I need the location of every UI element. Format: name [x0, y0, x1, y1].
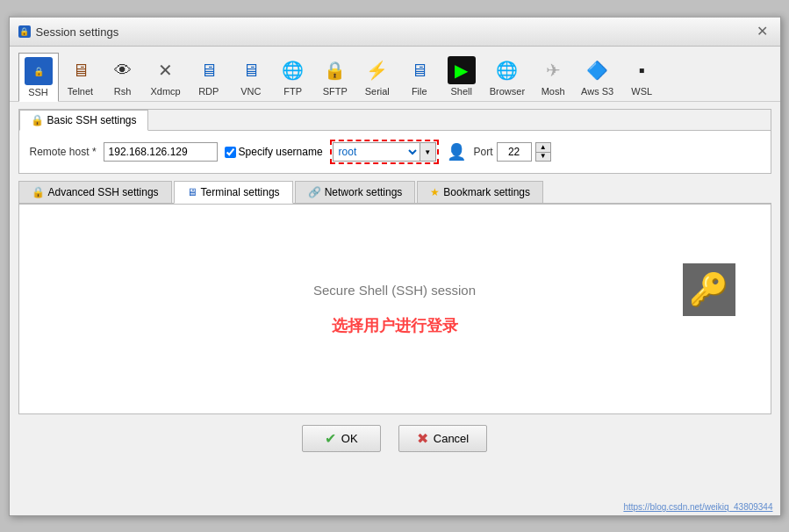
tab-network[interactable]: 🔗 Network settings — [295, 181, 416, 203]
proto-awss3[interactable]: 🔷 Aws S3 — [575, 52, 620, 101]
close-button[interactable]: ✕ — [754, 23, 771, 40]
session-settings-dialog: 🔒 Session settings ✕ 🔒 SSH 🖥 Telnet 👁 Rs… — [9, 16, 781, 516]
port-label: Port — [474, 146, 493, 158]
content-area: 🔒 Basic SSH settings Remote host * Speci… — [10, 102, 780, 466]
proto-wsl-label: WSL — [631, 86, 652, 97]
cancel-button[interactable]: ✖ Cancel — [398, 425, 487, 452]
tab-bookmark[interactable]: ★ Bookmark settings — [417, 181, 543, 203]
proto-serial-label: Serial — [365, 86, 390, 97]
basic-ssh-tab[interactable]: 🔒 Basic SSH settings — [19, 110, 148, 131]
ok-button[interactable]: ✔ OK — [302, 425, 381, 452]
proto-xdmcp[interactable]: ✕ Xdmcp — [145, 52, 187, 101]
protocol-bar: 🔒 SSH 🖥 Telnet 👁 Rsh ✕ Xdmcp 🖥 RDP 🖥 VNC… — [10, 47, 780, 102]
ok-icon: ✔ — [325, 430, 336, 447]
title-bar: 🔒 Session settings ✕ — [10, 18, 780, 47]
proto-ftp[interactable]: 🌐 FTP — [273, 52, 313, 101]
port-spinner: ▲ ▼ — [535, 142, 551, 162]
panel-tabs: 🔒 Basic SSH settings — [19, 110, 771, 131]
title-bar-left: 🔒 Session settings — [18, 25, 119, 39]
dialog-icon: 🔒 — [18, 25, 31, 38]
bookmark-icon: ★ — [430, 186, 440, 198]
panel-body: Remote host * Specify username root ▼ 👤 — [19, 131, 771, 173]
button-bar: ✔ OK ✖ Cancel — [18, 414, 771, 459]
watermark: https://blog.csdn.net/weikiq_43809344 — [623, 502, 772, 512]
key-icon: 🔑 — [689, 271, 728, 308]
wsl-icon: ▪ — [628, 56, 656, 84]
proto-ssh-label: SSH — [28, 87, 48, 97]
proto-sftp[interactable]: 🔒 SFTP — [315, 52, 355, 101]
cancel-label: Cancel — [434, 432, 469, 445]
proto-xdmcp-label: Xdmcp — [151, 86, 181, 97]
ssh-icon: 🔒 — [25, 57, 53, 85]
browser-icon: 🌐 — [493, 56, 521, 84]
proto-rdp-label: RDP — [198, 86, 219, 97]
serial-icon: ⚡ — [363, 56, 391, 84]
basic-ssh-tab-label: Basic SSH settings — [47, 114, 137, 126]
tab-advanced-ssh[interactable]: 🔒 Advanced SSH settings — [18, 181, 172, 203]
dialog-title: Session settings — [36, 25, 119, 39]
network-icon: 🔗 — [308, 186, 321, 198]
user-settings-button[interactable]: 👤 — [446, 141, 467, 162]
proto-telnet[interactable]: 🖥 Telnet — [61, 52, 101, 101]
awss3-icon: 🔷 — [584, 56, 612, 84]
ftp-icon: 🌐 — [279, 56, 307, 84]
specify-username-checkbox-label[interactable]: Specify username — [225, 146, 323, 158]
proto-browser[interactable]: 🌐 Browser — [484, 52, 531, 101]
proto-ftp-label: FTP — [283, 86, 302, 97]
required-star: * — [92, 146, 97, 158]
dropdown-arrow[interactable]: ▼ — [420, 142, 436, 162]
file-icon: 🖥 — [405, 56, 434, 84]
proto-browser-label: Browser — [490, 86, 525, 97]
basic-settings-panel: 🔒 Basic SSH settings Remote host * Speci… — [18, 109, 771, 174]
user-settings-icon: 👤 — [447, 142, 466, 162]
cancel-icon: ✖ — [417, 430, 428, 447]
terminal-icon: 🖥 — [187, 186, 197, 198]
username-dropdown-wrapper: root ▼ — [330, 140, 439, 164]
lower-tabs: 🔒 Advanced SSH settings 🖥 Terminal setti… — [18, 181, 771, 204]
watermark-text: https://blog.csdn.net/weikiq_43809344 — [623, 502, 772, 512]
session-center: Secure Shell (SSH) session 🔑 — [54, 283, 735, 298]
network-label: Network settings — [325, 186, 403, 198]
proto-shell-label: Shell — [451, 86, 472, 97]
proto-shell[interactable]: ▶ Shell — [441, 52, 482, 101]
specify-username-label: Specify username — [239, 146, 323, 158]
basic-ssh-icon: 🔒 — [31, 114, 44, 126]
proto-file[interactable]: 🖥 File — [399, 52, 440, 101]
proto-awss3-label: Aws S3 — [581, 86, 613, 97]
ok-label: OK — [341, 432, 358, 445]
shell-icon: ▶ — [448, 56, 476, 84]
port-down-button[interactable]: ▼ — [536, 153, 550, 162]
proto-rsh[interactable]: 👁 Rsh — [103, 52, 143, 101]
proto-rdp[interactable]: 🖥 RDP — [189, 52, 229, 101]
terminal-label: Terminal settings — [201, 186, 280, 198]
vnc-icon: 🖥 — [237, 56, 265, 84]
advanced-ssh-icon: 🔒 — [32, 186, 45, 198]
port-input[interactable] — [497, 142, 532, 162]
panel-content: Secure Shell (SSH) session 🔑 选择用户进行登录 — [54, 283, 735, 336]
session-label: Secure Shell (SSH) session — [313, 283, 476, 298]
proto-mosh[interactable]: ✈ Mosh — [533, 52, 573, 101]
proto-telnet-label: Telnet — [68, 86, 93, 97]
rdp-icon: 🖥 — [195, 56, 223, 84]
proto-vnc[interactable]: 🖥 VNC — [231, 52, 271, 101]
proto-wsl[interactable]: ▪ WSL — [621, 52, 662, 101]
specify-username-checkbox[interactable] — [225, 147, 236, 158]
proto-ssh[interactable]: 🔒 SSH — [18, 53, 59, 102]
proto-sftp-label: SFTP — [323, 86, 348, 97]
proto-serial[interactable]: ⚡ Serial — [357, 52, 398, 101]
proto-rsh-label: Rsh — [114, 86, 132, 97]
remote-host-input[interactable] — [104, 142, 218, 162]
rsh-icon: 👁 — [109, 56, 137, 84]
lower-section: 🔒 Advanced SSH settings 🖥 Terminal setti… — [18, 181, 771, 414]
tab-terminal[interactable]: 🖥 Terminal settings — [174, 181, 293, 204]
username-select[interactable]: root — [333, 142, 420, 162]
main-panel: Secure Shell (SSH) session 🔑 选择用户进行登录 — [18, 204, 771, 414]
xdmcp-icon: ✕ — [152, 56, 180, 84]
port-up-button[interactable]: ▲ — [536, 143, 550, 153]
advanced-ssh-label: Advanced SSH settings — [48, 186, 159, 198]
telnet-icon: 🖥 — [67, 56, 95, 84]
proto-mosh-label: Mosh — [542, 86, 565, 97]
proto-file-label: File — [412, 86, 427, 97]
key-icon-box: 🔑 — [683, 263, 735, 316]
port-group: Port ▲ ▼ — [474, 142, 551, 162]
